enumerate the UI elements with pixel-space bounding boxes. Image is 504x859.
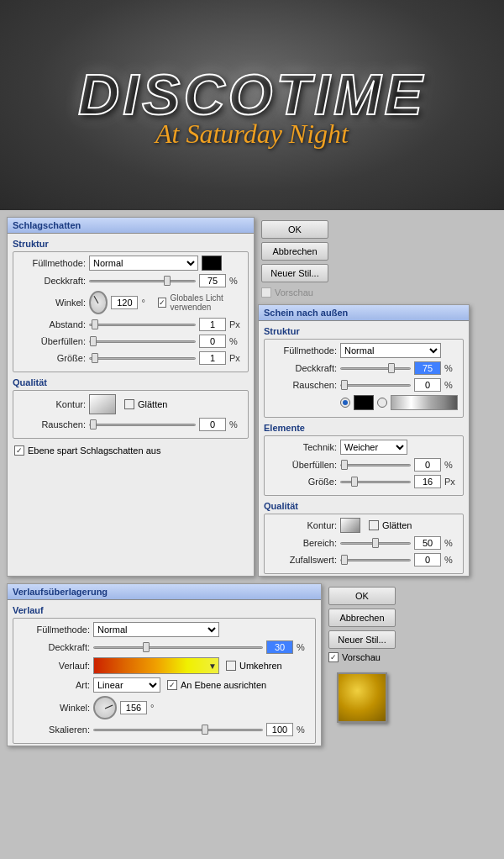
ok-button-top[interactable]: OK: [261, 220, 328, 239]
skalieren-row: Skalieren: 100 %: [18, 723, 310, 736]
schein-solid-radio[interactable]: [340, 398, 350, 408]
schein-fuellmethode-label: Füllmethode:: [270, 345, 337, 356]
schein-glaetten-label: Glätten: [382, 520, 412, 530]
schein-kontur-preview[interactable]: [340, 518, 360, 533]
schein-struktur-label: Struktur: [264, 326, 469, 336]
top-buttons-col: OK Abbrechen Neuer Stil... Vorschau: [258, 217, 470, 301]
verlauf-deckkraft-slider[interactable]: [93, 646, 263, 649]
schein-fuellmethode-row: Füllmethode: Normal: [270, 343, 458, 358]
an-ebene-label: An Ebene ausrichten: [181, 680, 266, 690]
technik-row: Technik: Weicher: [270, 440, 458, 455]
deckkraft-slider[interactable]: [89, 280, 196, 282]
deckkraft-row: Deckkraft: 75 %: [18, 274, 243, 287]
vorschau-checkbox-top[interactable]: [261, 287, 271, 298]
umkehren-checkbox[interactable]: [226, 661, 236, 671]
groesse-label: Größe:: [18, 353, 86, 363]
winkel-row: Winkel: 120 ° ✓ Globales Licht verwenden: [18, 291, 243, 314]
schein-ueberfuellen-row: Überfüllen: 0 %: [270, 458, 458, 472]
schein-groesse-unit: Px: [444, 477, 458, 487]
globales-licht-checkbox[interactable]: ✓: [158, 298, 166, 308]
winkel-input[interactable]: 120: [111, 296, 138, 309]
technik-select[interactable]: Weicher: [340, 440, 407, 455]
verlauf-deckkraft-label: Deckkraft:: [18, 642, 90, 652]
schein-groesse-slider[interactable]: [340, 481, 411, 483]
umkehren-label: Umkehren: [239, 661, 282, 671]
verlauf-gradient-swatch[interactable]: ▼: [93, 657, 219, 674]
abstand-input[interactable]: 1: [199, 318, 226, 331]
verlauf-fuellmethode-select[interactable]: Normal: [93, 622, 219, 637]
schein-deckkraft-slider[interactable]: [340, 367, 411, 370]
art-select[interactable]: Linear: [93, 677, 160, 693]
schein-glaetten-checkbox[interactable]: [369, 520, 379, 530]
zufallswert-slider[interactable]: [340, 559, 411, 561]
schein-deckkraft-label: Deckkraft:: [270, 363, 337, 373]
abstand-label: Abstand:: [18, 319, 86, 329]
verlauf-winkel-row: Winkel: 156 °: [18, 696, 310, 719]
gradient-preview-thumbnail: [337, 672, 387, 723]
fuellmethode-select[interactable]: Normal: [89, 256, 198, 271]
color-swatch[interactable]: [202, 256, 222, 271]
gradient-preview-container: [328, 672, 396, 723]
skalieren-input[interactable]: 100: [266, 723, 293, 736]
groesse-input[interactable]: 1: [199, 351, 226, 365]
groesse-slider[interactable]: [89, 357, 196, 360]
verlauf-angle-dial[interactable]: [93, 696, 117, 719]
zufallswert-label: Zufallswert:: [270, 555, 337, 565]
verlauf-deckkraft-unit: %: [297, 642, 310, 652]
technik-label: Technik:: [270, 442, 337, 452]
verlauf-winkel-input[interactable]: 156: [120, 701, 147, 714]
ueberfuellen-label: Überfüllen:: [18, 336, 86, 346]
vorschau-checkbox-bottom[interactable]: ✓: [328, 652, 339, 662]
skalieren-unit: %: [297, 725, 310, 735]
schein-kontur-row: Kontur: Glätten: [270, 518, 458, 533]
abbrechen-button-top[interactable]: Abbrechen: [261, 242, 328, 261]
winkel-label: Winkel:: [18, 298, 86, 308]
neuer-stil-button-bottom[interactable]: Neuer Stil...: [328, 630, 396, 649]
disco-title: DISCOTIME: [78, 61, 426, 127]
rauschen-row: Rauschen: 0 %: [18, 418, 243, 431]
ueberfuellen-slider[interactable]: [89, 340, 196, 343]
ebene-checkbox[interactable]: ✓: [14, 445, 24, 456]
rauschen-unit: %: [229, 419, 243, 430]
abstand-slider[interactable]: [89, 324, 196, 326]
angle-dial[interactable]: [89, 291, 108, 314]
skalieren-label: Skalieren:: [18, 725, 90, 735]
bereich-unit: %: [444, 538, 458, 548]
schein-rauschen-input[interactable]: 0: [414, 378, 441, 392]
rauschen-input[interactable]: 0: [199, 418, 226, 431]
bereich-input[interactable]: 50: [414, 536, 441, 550]
zufallswert-input[interactable]: 0: [414, 553, 441, 567]
deckkraft-input[interactable]: 75: [199, 274, 226, 287]
skalieren-slider[interactable]: [93, 729, 263, 731]
ueberfuellen-unit: %: [229, 336, 243, 346]
verlauf-deckkraft-input[interactable]: 30: [266, 640, 293, 654]
bottom-dialogs-area: Verlaufsüberlagerung Verlauf Füllmethode…: [0, 580, 504, 753]
ebene-checkbox-row: ✓ Ebene spart Schlagschatten aus: [14, 445, 247, 456]
schein-fuellmethode-select[interactable]: Normal: [340, 343, 441, 358]
schlagschatten-title: Schlagschatten: [8, 218, 254, 234]
schein-deckkraft-input[interactable]: 75: [414, 361, 441, 375]
abbrechen-button-bottom[interactable]: Abbrechen: [328, 609, 396, 627]
schein-elemente-section: Technik: Weicher Überfüllen: 0 % Größe:: [264, 435, 464, 496]
an-ebene-checkbox[interactable]: ✓: [167, 680, 177, 690]
bereich-label: Bereich:: [270, 538, 337, 548]
schein-ueberfuellen-slider[interactable]: [340, 464, 411, 466]
glaetten-checkbox[interactable]: [124, 399, 134, 409]
kontur-preview[interactable]: [89, 394, 116, 414]
bereich-slider[interactable]: [340, 542, 411, 545]
ueberfuellen-input[interactable]: 0: [199, 335, 226, 348]
verlauf-winkel-unit: °: [150, 703, 164, 713]
schein-groesse-input[interactable]: 16: [414, 475, 441, 488]
schein-rauschen-slider[interactable]: [340, 384, 411, 387]
schein-ueberfuellen-unit: %: [444, 460, 458, 470]
neuer-stil-button-top[interactable]: Neuer Stil...: [261, 264, 328, 282]
struktur-section: Füllmethode: Normal Deckkraft: 75 % Wink…: [13, 251, 249, 372]
schein-gradient-radio[interactable]: [377, 398, 387, 408]
abstand-unit: Px: [229, 319, 243, 329]
schein-gradient-swatch[interactable]: [391, 395, 458, 410]
schein-color-swatch[interactable]: [354, 395, 374, 410]
ok-button-bottom[interactable]: OK: [328, 587, 396, 605]
rauschen-slider[interactable]: [89, 424, 196, 426]
schein-ueberfuellen-input[interactable]: 0: [414, 458, 441, 472]
qualitaet-section: Kontur: Glätten Rauschen: 0 %: [13, 390, 249, 439]
